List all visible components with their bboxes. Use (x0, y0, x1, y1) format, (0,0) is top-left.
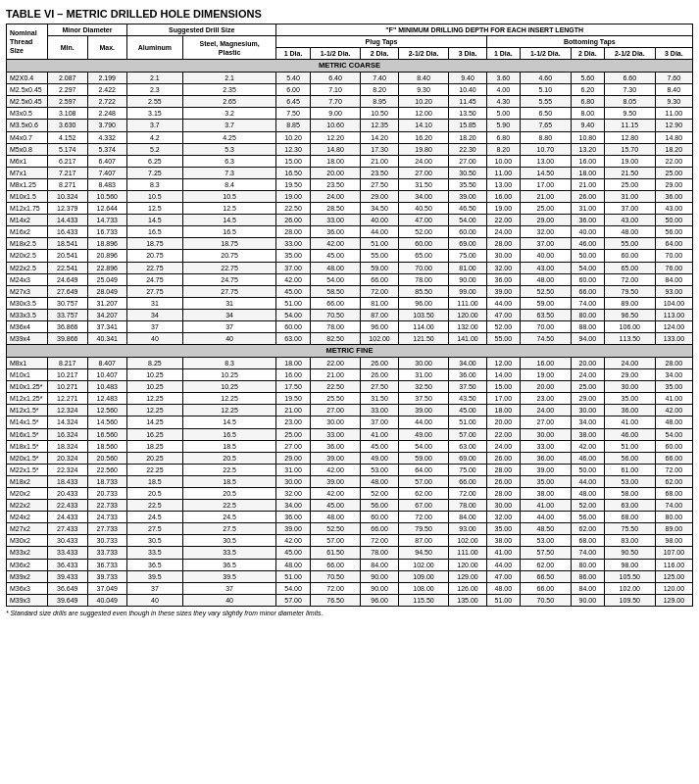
table-row: M24x324.64925.04924.7524.7542.0054.0066.… (7, 273, 693, 285)
table-row: M36x336.64937.049373754.0072.0090.00108.… (7, 582, 693, 594)
table-row: M12x1.7512.37912.64412.512.522.5028.5034… (7, 203, 693, 215)
table-row: M18x2.518.54118.89618.7518.7533.0042.005… (7, 238, 693, 250)
header-plug-1dia: 1 Dia. (276, 48, 310, 60)
header-bot-2dia: 2 Dia. (571, 48, 604, 60)
header-nominal: NominalThreadSize (7, 24, 48, 60)
header-plug-2dia: 2 Dia. (361, 48, 398, 60)
table-row: M4x0.74.1524.3324.24.2510.2012.2014.2016… (7, 131, 693, 143)
table-row: M39x339.64940.049404057.0076.5096.00115.… (7, 594, 693, 606)
table-row: M20x2.520.54120.89620.7520.7535.0045.005… (7, 250, 693, 262)
table-row: M10x1.25*10.27110.48310.2510.2517.5022.5… (7, 381, 693, 393)
table-row: M16x216.43316.73316.516.528.0036.0044.00… (7, 226, 693, 238)
table-row: M27x227.43327.73327.527.539.0052.5066.00… (7, 523, 693, 535)
table-row: M3.5x0.63.6303.7903.73.78.8510.6012.3514… (7, 120, 693, 131)
table-row: M36x236.43336.73336.536.548.0066.0084.00… (7, 559, 693, 570)
table-row: M8x1.258.2718.4838.38.419.5023.5027.5031… (7, 178, 693, 190)
table-row: M39x239.43339.73339.539.551.0070.5090.00… (7, 570, 693, 582)
header-bot-1half: 1-1/2 Dia. (520, 48, 571, 60)
table-row: M2X0.42.0872.1992.12.15.406.407.408.409.… (7, 73, 693, 84)
table-row: M22x2.522.54122.89622.7522.7537.0048.005… (7, 262, 693, 273)
table-row: M18x1.5*18.32418.56018.2518.527.0036.004… (7, 440, 693, 452)
table-row: M30x3.530.75731.207313151.0066.0081.0096… (7, 297, 693, 309)
table-row: M2.5x0.452.2972.4222.32.356.007.108.209.… (7, 84, 693, 96)
header-suggested-drill: Suggested Drill Size (127, 24, 276, 36)
dimensions-table: NominalThreadSize Minor Diameter Suggest… (6, 24, 693, 607)
header-plug-taps: Plug Taps (276, 36, 486, 48)
header-aluminum: Aluminum (127, 36, 183, 60)
section-header-metric-fine: METRIC FINE (7, 345, 693, 358)
table-row: M33x233.43333.73333.533.545.0061.5078.00… (7, 547, 693, 559)
table-row: M14x214.43314.73314.514.526.0033.0040.00… (7, 215, 693, 226)
table-row: M8x18.2178.4078.258.318.0022.0026.0030.0… (7, 357, 693, 368)
table-row: M14x1.5*14.32414.56014.2514.523.0030.003… (7, 416, 693, 428)
header-min-drilling: "F" MINIMUM DRILLING DEPTH FOR EACH INSE… (276, 24, 693, 36)
table-row: M6x16.2176.4076.256.315.0018.0021.0024.0… (7, 155, 693, 167)
table-row: M22x222.43322.73322.522.534.0045.0056.00… (7, 500, 693, 512)
header-max: Max. (87, 36, 127, 60)
table-row: M36x436.86637.341373760.0078.0096.00114.… (7, 321, 693, 333)
table-row: M5x0.85.1745.3745.25.312.3014.8017.3019.… (7, 143, 693, 155)
table-row: M2.5x0.452.5972.7222.552.656.457.708.951… (7, 96, 693, 108)
header-plug-2half: 2-1/2 Dia. (398, 48, 449, 60)
header-minor-dia: Minor Diameter (48, 24, 127, 36)
main-container: TABLE VI – METRIC DRILLED HOLE DIMENSION… (0, 0, 699, 624)
table-row: M24x224.43324.73324.524.536.0048.0060.00… (7, 512, 693, 523)
table-row: M22x1.5*22.32422.56022.2522.531.0042.005… (7, 464, 693, 475)
table-row: M33x3.533.75734.207343454.0070.5087.0010… (7, 309, 693, 320)
table-row: M12x1.25*12.27112.48312.2512.2519.5025.5… (7, 393, 693, 405)
table-title: TABLE VI – METRIC DRILLED HOLE DIMENSION… (6, 8, 693, 20)
table-row: M39x439.86640.341404063.0082.50102.00121… (7, 333, 693, 345)
header-plug-1half: 1-1/2 Dia. (310, 48, 361, 60)
table-row: M20x1.5*20.32420.56020.2520.529.0039.004… (7, 452, 693, 464)
header-min: Min. (48, 36, 88, 60)
table-row: M7x17.2177.4077.257.316.5020.0023.5027.0… (7, 167, 693, 178)
table-row: M3x0.53.1082.2483.153.27.509.0010.5012.0… (7, 108, 693, 120)
section-header-metric-coarse: METRIC COARSE (7, 60, 693, 73)
table-row: M16x1.5*16.32416.56016.2516.525.0033.004… (7, 428, 693, 440)
header-bot-2half: 2-1/2 Dia. (604, 48, 655, 60)
header-bot-3dia: 3 Dia. (655, 48, 692, 60)
header-plug-3dia: 3 Dia. (449, 48, 486, 60)
footnote: * Standard size drills are suggested eve… (6, 610, 693, 616)
table-row: M30x230.43330.73330.530.542.0057.0072.00… (7, 535, 693, 547)
table-row: M10x110.21710.40710.2510.2516.0021.0026.… (7, 369, 693, 381)
table-row: M12x1.5*12.32412.56012.2512.2521.0027.00… (7, 405, 693, 416)
table-row: M20x220.43320.73320.520.532.0042.0052.00… (7, 487, 693, 499)
header-bottoming-taps: Bottoming Taps (486, 36, 692, 48)
table-row: M10x1.510.32410.56010.510.519.0024.0029.… (7, 190, 693, 202)
header-bot-1dia: 1 Dia. (486, 48, 520, 60)
table-row: M18x218.43318.73318.518.530.0039.0048.00… (7, 475, 693, 487)
table-row: M27x327.64928.04927.7527.7545.0058.5072.… (7, 285, 693, 297)
header-steel: Steel, Magnesium,Plastic (182, 36, 276, 60)
